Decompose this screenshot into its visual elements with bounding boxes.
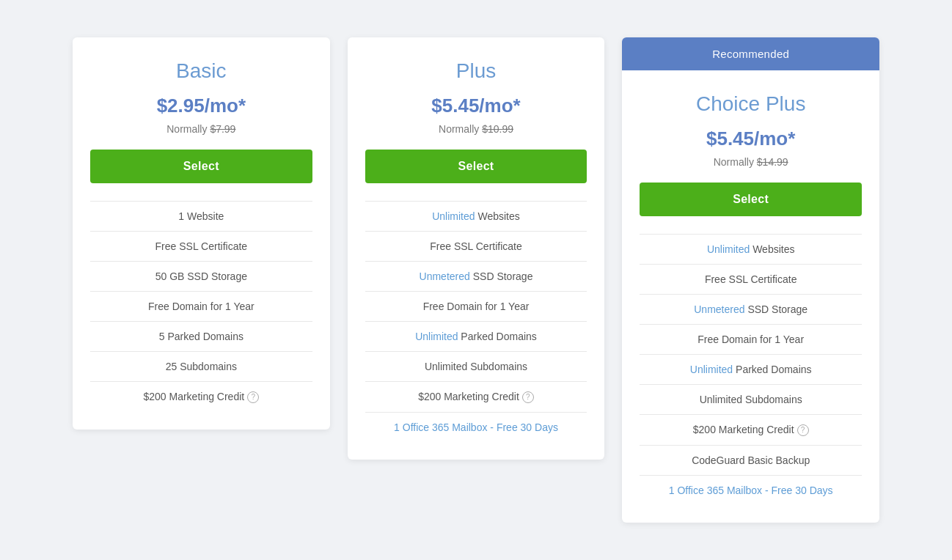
plan-price-plus: $5.45/mo* <box>365 95 587 117</box>
feature-item: Unlimited Subdomains <box>640 384 862 414</box>
feature-item: Unmetered SSD Storage <box>640 294 862 324</box>
plan-price-basic: $2.95/mo* <box>90 95 312 117</box>
feature-text: Free Domain for 1 Year <box>423 301 530 312</box>
feature-text: Free SSL Certificate <box>430 240 522 252</box>
plan-card-basic: Basic$2.95/mo*Normally $7.99Select1 Webs… <box>73 37 330 430</box>
feature-highlight: Unlimited <box>415 331 458 342</box>
info-icon[interactable]: ? <box>522 391 534 403</box>
feature-item: Free SSL Certificate <box>365 231 587 261</box>
feature-text: Free SSL Certificate <box>155 240 248 252</box>
plan-name-choice-plus: Choice Plus <box>640 92 862 116</box>
feature-item: 50 GB SSD Storage <box>90 261 312 291</box>
feature-list-basic: 1 WebsiteFree SSL Certificate50 GB SSD S… <box>90 201 312 412</box>
feature-highlight: Unlimited <box>432 210 475 222</box>
feature-list-choice-plus: Unlimited WebsitesFree SSL CertificateUn… <box>640 234 862 505</box>
feature-text: 1 Website <box>178 210 224 222</box>
feature-text: 5 Parked Domains <box>159 331 244 342</box>
office-link: 1 Office 365 Mailbox - Free 30 Days <box>669 485 833 496</box>
feature-text: 50 GB SSD Storage <box>155 270 247 282</box>
feature-text: $200 Marketing Credit <box>693 424 794 435</box>
feature-highlight: Unlimited <box>707 243 750 255</box>
feature-list-plus: Unlimited WebsitesFree SSL CertificateUn… <box>365 201 587 442</box>
feature-item: CodeGuard Basic Backup <box>640 445 862 475</box>
feature-text: Free Domain for 1 Year <box>148 301 255 312</box>
info-icon[interactable]: ? <box>247 391 259 403</box>
feature-item: $200 Marketing Credit? <box>90 381 312 412</box>
feature-item: 1 Website <box>90 201 312 231</box>
feature-item: Unlimited Websites <box>640 234 862 264</box>
feature-item: $200 Marketing Credit? <box>640 414 862 445</box>
feature-item: 1 Office 365 Mailbox - Free 30 Days <box>365 412 587 442</box>
plan-card-plus: Plus$5.45/mo*Normally $10.99SelectUnlimi… <box>348 37 605 460</box>
info-icon[interactable]: ? <box>797 424 809 436</box>
feature-item: Free Domain for 1 Year <box>365 291 587 321</box>
feature-text: 25 Subdomains <box>166 361 237 372</box>
plan-normal-price-choice-plus: Normally $14.99 <box>640 156 862 168</box>
feature-text: CodeGuard Basic Backup <box>692 454 810 466</box>
feature-item: Free Domain for 1 Year <box>640 324 862 354</box>
feature-item: Free SSL Certificate <box>90 231 312 261</box>
plan-normal-price-plus: Normally $10.99 <box>365 123 587 135</box>
feature-item: Unlimited Subdomains <box>365 351 587 381</box>
plan-name-plus: Plus <box>365 59 587 83</box>
feature-highlight: Unlimited <box>690 364 733 375</box>
feature-item: Unmetered SSD Storage <box>365 261 587 291</box>
feature-item: Unlimited Parked Domains <box>640 354 862 384</box>
select-button-plus[interactable]: Select <box>365 150 587 183</box>
feature-item: Free Domain for 1 Year <box>90 291 312 321</box>
feature-item: Free SSL Certificate <box>640 264 862 294</box>
plan-price-choice-plus: $5.45/mo* <box>640 128 862 150</box>
feature-text: $200 Marketing Credit <box>418 391 519 402</box>
feature-text: Unlimited Subdomains <box>425 361 527 372</box>
feature-item: 25 Subdomains <box>90 351 312 381</box>
feature-highlight: Unmetered <box>694 303 744 315</box>
plan-card-choice-plus: RecommendedChoice Plus$5.45/mo*Normally … <box>622 37 879 523</box>
feature-item: $200 Marketing Credit? <box>365 381 587 412</box>
feature-text: Free Domain for 1 Year <box>697 334 804 345</box>
plan-name-basic: Basic <box>90 59 312 83</box>
recommended-badge: Recommended <box>622 37 879 70</box>
pricing-container: Basic$2.95/mo*Normally $7.99Select1 Webs… <box>73 37 879 523</box>
feature-item: 5 Parked Domains <box>90 321 312 351</box>
feature-text: Unlimited Subdomains <box>700 394 802 405</box>
feature-text: $200 Marketing Credit <box>143 391 244 402</box>
office-link: 1 Office 365 Mailbox - Free 30 Days <box>394 421 558 433</box>
feature-item: 1 Office 365 Mailbox - Free 30 Days <box>640 475 862 505</box>
feature-item: Unlimited Websites <box>365 201 587 231</box>
feature-item: Unlimited Parked Domains <box>365 321 587 351</box>
select-button-basic[interactable]: Select <box>90 150 312 183</box>
plan-normal-price-basic: Normally $7.99 <box>90 123 312 135</box>
feature-text: Free SSL Certificate <box>705 273 797 285</box>
select-button-choice-plus[interactable]: Select <box>640 183 862 216</box>
feature-highlight: Unmetered <box>420 270 470 282</box>
